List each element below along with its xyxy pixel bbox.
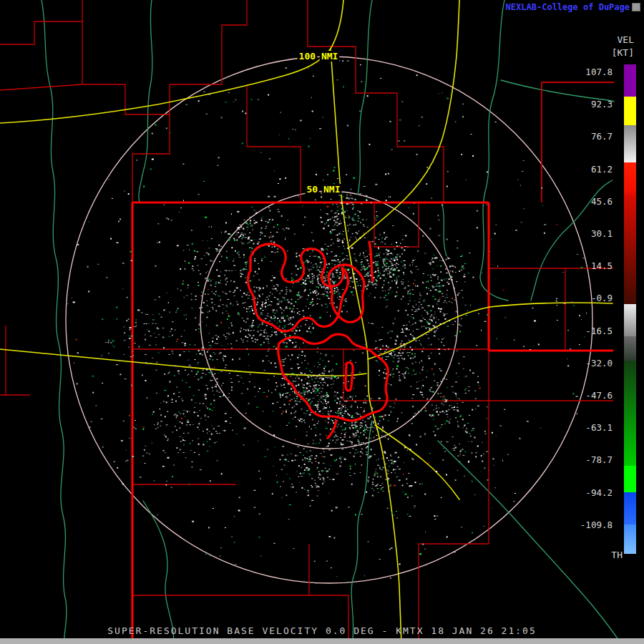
colorbar-title: VEL [618,34,634,45]
county-lines [0,0,614,644]
colorbar-tick-label: 61.2 [591,163,613,174]
brand-badge-icon [632,3,640,11]
colorbar-tick-label: -32.0 [585,357,613,368]
colorbar-tick-label: -0.9 [591,293,613,303]
colorbar-tick-label: 76.7 [591,131,613,142]
colorbar-tick-label: -16.5 [585,325,613,336]
colorbar-tick-label: -47.6 [585,390,613,401]
colorbar-units: [KT] [612,47,634,58]
colorbar-tick-label: 30.1 [591,228,613,239]
colorbar-tick-label: 107.8 [585,67,613,77]
outer-ring-label: 100 NMI [299,51,338,62]
colorbar-tick-label: 14.5 [591,260,613,271]
colorbar-bottom-label: TH [611,550,623,560]
range-ring-labels: 100 NMI 50 NMI [299,51,341,195]
radar-echoes [67,60,587,584]
colorbar-tick-label: -109.8 [580,519,613,530]
inner-ring-label: 50 NMI [307,184,341,195]
colorbar-gradient [624,64,636,554]
colorbar-tick-label: -94.2 [585,487,613,497]
colorbar-tick-label: 45.6 [591,195,613,206]
product-title: SUPER-RESOLUTION BASE VELOCITY 0.0 DEG -… [0,625,644,636]
river-lines [42,0,621,644]
radar-viewer: 100 NMI 50 NMI NEXLAB-College of DuPage … [0,0,644,644]
window-bottom-strip [0,638,644,644]
colorbar-tick-label: -63.1 [585,422,613,433]
brand-text: NEXLAB-College of DuPage [506,2,630,12]
highway-lines [0,0,613,644]
radar-map[interactable]: 100 NMI 50 NMI [0,0,644,644]
colorbar-tick-label: 92.3 [591,99,613,109]
colorbar-tick-label: -78.7 [585,454,613,465]
